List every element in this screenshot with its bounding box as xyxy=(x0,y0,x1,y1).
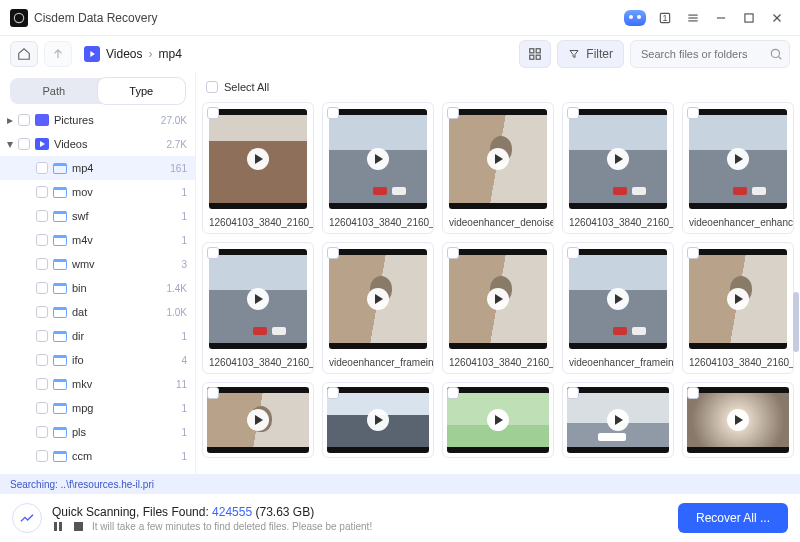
file-checkbox[interactable] xyxy=(207,387,219,399)
tree-checkbox[interactable] xyxy=(36,210,48,222)
file-checkbox[interactable] xyxy=(687,107,699,119)
view-grid-button[interactable] xyxy=(519,40,551,68)
sidebar-item-pictures[interactable]: ▸Pictures27.0K xyxy=(0,108,195,132)
file-card[interactable]: videoenhancer_denoiser... xyxy=(442,102,554,234)
file-thumbnail[interactable] xyxy=(449,109,547,209)
close-button[interactable] xyxy=(764,5,790,31)
sidebar-item-bin[interactable]: bin1.4K xyxy=(0,276,195,300)
tree-checkbox[interactable] xyxy=(18,138,30,150)
file-card[interactable] xyxy=(322,382,434,458)
tree-checkbox[interactable] xyxy=(36,186,48,198)
file-thumbnail[interactable] xyxy=(689,249,787,349)
tab-path[interactable]: Path xyxy=(10,78,98,104)
tree-checkbox[interactable] xyxy=(36,330,48,342)
chevron-right-icon[interactable]: ▸ xyxy=(2,113,18,127)
breadcrumb-current[interactable]: mp4 xyxy=(158,47,181,61)
sidebar-item-swf[interactable]: swf1 xyxy=(0,204,195,228)
file-thumbnail[interactable] xyxy=(207,387,309,453)
tab-type[interactable]: Type xyxy=(98,78,186,104)
file-checkbox[interactable] xyxy=(207,247,219,259)
file-thumbnail[interactable] xyxy=(569,249,667,349)
tree-checkbox[interactable] xyxy=(36,450,48,462)
tree-checkbox[interactable] xyxy=(36,426,48,438)
chevron-down-icon[interactable]: ▾ xyxy=(2,137,18,151)
file-checkbox[interactable] xyxy=(687,387,699,399)
filter-button[interactable]: Filter xyxy=(557,40,624,68)
file-card[interactable]: 12604103_3840_2160_30f... xyxy=(322,102,434,234)
file-checkbox[interactable] xyxy=(327,107,339,119)
file-card[interactable]: videoenhancer_frameinte... xyxy=(562,242,674,374)
tree-label: swf xyxy=(72,210,181,222)
file-checkbox[interactable] xyxy=(567,247,579,259)
sidebar-item-pls[interactable]: pls1 xyxy=(0,420,195,444)
tree-checkbox[interactable] xyxy=(36,378,48,390)
file-thumbnail[interactable] xyxy=(329,249,427,349)
sidebar-item-wmv[interactable]: wmv3 xyxy=(0,252,195,276)
file-thumbnail[interactable] xyxy=(209,109,307,209)
tree-checkbox[interactable] xyxy=(36,354,48,366)
file-card[interactable]: 12604103_3840_2160_30f... xyxy=(202,102,314,234)
minimize-button[interactable] xyxy=(708,5,734,31)
tabs-icon[interactable]: 1 xyxy=(652,5,678,31)
up-button[interactable] xyxy=(44,41,72,67)
select-all-row[interactable]: Select All xyxy=(196,72,800,98)
sidebar-item-m4v[interactable]: m4v1 xyxy=(0,228,195,252)
sidebar-item-ccm[interactable]: ccm1 xyxy=(0,444,195,468)
sidebar-item-mkv[interactable]: mkv11 xyxy=(0,372,195,396)
sidebar-item-dat[interactable]: dat1.0K xyxy=(0,300,195,324)
tree-checkbox[interactable] xyxy=(36,234,48,246)
file-card[interactable] xyxy=(442,382,554,458)
file-thumbnail[interactable] xyxy=(327,387,429,453)
menu-icon[interactable] xyxy=(680,5,706,31)
sidebar-item-mov[interactable]: mov1 xyxy=(0,180,195,204)
sidebar-item-mp4[interactable]: mp4161 xyxy=(0,156,195,180)
file-thumbnail[interactable] xyxy=(687,387,789,453)
file-thumbnail[interactable] xyxy=(209,249,307,349)
file-card[interactable]: 12604103_3840_2160_30f... xyxy=(202,242,314,374)
tree-checkbox[interactable] xyxy=(36,258,48,270)
sidebar-item-videos[interactable]: ▾Videos2.7K xyxy=(0,132,195,156)
file-card[interactable]: 12604103_3840_2160_30f... xyxy=(682,242,794,374)
file-card[interactable]: 12604103_3840_2160_30f... xyxy=(442,242,554,374)
file-card[interactable] xyxy=(202,382,314,458)
file-checkbox[interactable] xyxy=(447,107,459,119)
scrollbar[interactable] xyxy=(792,72,800,474)
file-checkbox[interactable] xyxy=(327,387,339,399)
scrollbar-thumb[interactable] xyxy=(793,292,799,352)
breadcrumb-root[interactable]: Videos xyxy=(106,47,142,61)
file-thumbnail[interactable] xyxy=(449,249,547,349)
file-thumbnail[interactable] xyxy=(447,387,549,453)
sidebar-item-ifo[interactable]: ifo4 xyxy=(0,348,195,372)
tree-checkbox[interactable] xyxy=(36,282,48,294)
file-thumbnail[interactable] xyxy=(329,109,427,209)
file-checkbox[interactable] xyxy=(567,107,579,119)
file-checkbox[interactable] xyxy=(447,387,459,399)
recover-all-button[interactable]: Recover All ... xyxy=(678,503,788,533)
home-button[interactable] xyxy=(10,41,38,67)
file-checkbox[interactable] xyxy=(687,247,699,259)
file-thumbnail[interactable] xyxy=(567,387,669,453)
sidebar-item-mpg[interactable]: mpg1 xyxy=(0,396,195,420)
file-thumbnail[interactable] xyxy=(689,109,787,209)
file-card[interactable] xyxy=(562,382,674,458)
tree-checkbox[interactable] xyxy=(18,114,30,126)
assistant-icon[interactable] xyxy=(620,5,650,31)
file-card[interactable]: 12604103_3840_2160_30f... xyxy=(562,102,674,234)
maximize-button[interactable] xyxy=(736,5,762,31)
file-checkbox[interactable] xyxy=(567,387,579,399)
pause-button[interactable] xyxy=(52,521,64,531)
file-checkbox[interactable] xyxy=(447,247,459,259)
stop-button[interactable] xyxy=(72,521,84,531)
tree-checkbox[interactable] xyxy=(36,162,48,174)
tree-checkbox[interactable] xyxy=(36,306,48,318)
sidebar-item-dir[interactable]: dir1 xyxy=(0,324,195,348)
file-card[interactable] xyxy=(682,382,794,458)
file-card[interactable]: videoenhancer_frameinte... xyxy=(322,242,434,374)
file-card[interactable]: videoenhancer_enhance... xyxy=(682,102,794,234)
select-all-checkbox[interactable] xyxy=(206,81,218,93)
tree-checkbox[interactable] xyxy=(36,402,48,414)
search-input[interactable] xyxy=(630,40,790,68)
file-checkbox[interactable] xyxy=(327,247,339,259)
file-checkbox[interactable] xyxy=(207,107,219,119)
file-thumbnail[interactable] xyxy=(569,109,667,209)
